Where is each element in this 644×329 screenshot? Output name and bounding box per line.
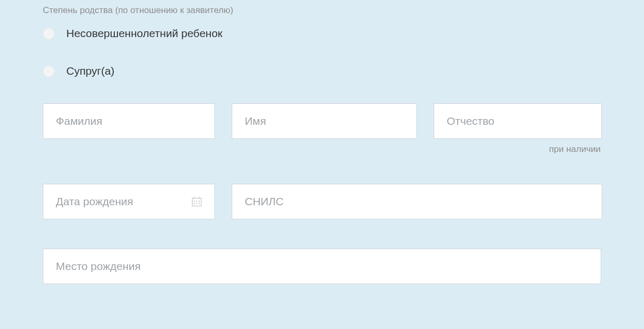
radio-label-child: Несовершеннолетний ребенок [66,27,222,40]
svg-rect-7 [196,203,197,204]
field-wrap-snils: СНИЛС [232,184,602,219]
patronymic-placeholder: Отчество [447,115,589,127]
patronymic-input[interactable]: Отчество [434,103,602,139]
radio-circle-spouse[interactable] [43,65,55,77]
svg-rect-3 [194,201,195,202]
row-birthplace: Место рождения [43,249,601,284]
radio-label-spouse: Супруг(а) [66,65,114,77]
dob-input[interactable]: Дата рождения [43,184,215,219]
birthplace-input[interactable]: Место рождения [43,249,601,284]
firstname-input[interactable]: Имя [232,103,417,139]
lastname-placeholder: Фамилия [56,115,202,127]
field-wrap-patronymic: Отчество при наличии [434,103,602,155]
firstname-placeholder: Имя [245,115,404,127]
radio-option-spouse[interactable]: Супруг(а) [43,65,601,77]
svg-rect-5 [199,201,200,202]
row-dob-snils: Дата рождения [43,184,601,219]
birthplace-placeholder: Место рождения [56,260,588,273]
row-name: Фамилия Имя Отчество при наличии [43,103,601,155]
field-wrap-lastname: Фамилия [43,103,215,155]
dob-placeholder: Дата рождения [56,195,192,208]
form-container: Степень родства (по отношению к заявител… [43,5,601,284]
calendar-icon[interactable] [192,196,202,207]
field-wrap-firstname: Имя [232,103,417,155]
svg-rect-6 [194,203,195,204]
snils-placeholder: СНИЛС [245,195,589,208]
field-wrap-dob: Дата рождения [43,184,215,219]
svg-rect-4 [196,201,197,202]
radio-circle-child[interactable] [43,28,55,40]
svg-rect-8 [199,203,200,204]
lastname-input[interactable]: Фамилия [43,103,215,139]
svg-rect-0 [193,198,201,206]
patronymic-helper: при наличии [434,144,602,155]
snils-input[interactable]: СНИЛС [232,184,602,219]
radio-option-child[interactable]: Несовершеннолетний ребенок [43,27,601,40]
relationship-section-label: Степень родства (по отношению к заявител… [43,5,601,16]
field-wrap-birthplace: Место рождения [43,249,601,284]
